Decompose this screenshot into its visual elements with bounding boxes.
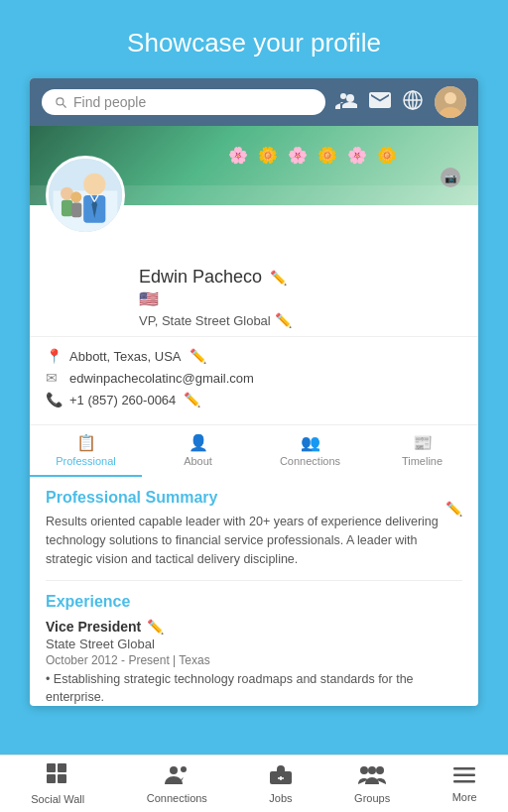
svg-rect-31: [453, 780, 475, 783]
email-row: ✉ edwinpachecolatinc@gmail.com: [46, 367, 462, 389]
about-icon: 👤: [189, 433, 208, 452]
job-date: October 2012 - Present | Texas: [46, 653, 462, 667]
svg-point-21: [170, 766, 178, 774]
page-title: Showcase your profile: [0, 0, 508, 78]
nav-jobs[interactable]: Jobs: [261, 760, 300, 808]
people-icon[interactable]: [335, 91, 357, 114]
job-company: State Street Global: [46, 637, 462, 651]
job-edit-icon[interactable]: ✏️: [147, 619, 164, 635]
contact-section: 📍 Abbott, Texas, USA ✏️ ✉ edwinpachecola…: [30, 336, 478, 418]
summary-title: Professional Summary: [46, 489, 462, 507]
job-description: • Establishing strategic technology road…: [46, 671, 462, 706]
decor-flower: 🌸: [228, 146, 248, 165]
top-bar: Find people: [30, 78, 478, 126]
svg-point-8: [83, 174, 105, 195]
top-bar-icons: [335, 86, 466, 118]
profile-tabs: 📋 Professional 👤 About 👥 Connections 📰 T…: [30, 424, 478, 477]
tab-timeline[interactable]: 📰 Timeline: [366, 425, 478, 477]
bottom-nav: Social Wall Connections Jobs: [0, 754, 508, 812]
svg-point-28: [376, 766, 384, 774]
nav-connections-icon: [165, 764, 189, 789]
summary-edit-icon[interactable]: ✏️: [445, 501, 462, 517]
timeline-icon: 📰: [413, 433, 433, 452]
location-text: Abbott, Texas, USA: [69, 349, 182, 364]
nav-more-label: More: [452, 791, 477, 803]
profile-card: Find people: [30, 78, 478, 706]
nav-jobs-icon: [270, 764, 292, 789]
professional-icon: 📋: [76, 433, 96, 452]
connections-icon: 👥: [301, 433, 320, 452]
tab-professional[interactable]: 📋 Professional: [30, 425, 142, 477]
title-edit-icon[interactable]: ✏️: [275, 312, 292, 328]
profile-info: Edwin Pacheco ✏️ 🇺🇸 VP, State Street Glo…: [30, 255, 478, 328]
job-entry: Vice President ✏️ State Street Global Oc…: [46, 619, 462, 706]
search-placeholder: Find people: [73, 94, 146, 110]
svg-rect-20: [58, 774, 66, 783]
svg-point-26: [360, 766, 368, 774]
nav-connections[interactable]: Connections: [139, 760, 215, 808]
user-avatar[interactable]: [435, 86, 466, 118]
nav-connections-label: Connections: [147, 792, 207, 804]
experience-title: Experience: [46, 593, 462, 611]
nav-social-wall-label: Social Wall: [31, 793, 84, 805]
decor-flower2: 🌼: [258, 146, 278, 165]
svg-rect-18: [58, 763, 66, 772]
nav-more-icon: [453, 765, 475, 788]
svg-rect-29: [453, 767, 475, 770]
nav-groups[interactable]: Groups: [346, 760, 398, 808]
location-icon: 📍: [46, 348, 62, 364]
showcase-header: Showcase your profile: [0, 0, 508, 78]
message-icon[interactable]: [369, 92, 391, 113]
email-icon: ✉: [46, 370, 62, 386]
svg-point-15: [70, 191, 81, 202]
nav-more[interactable]: More: [444, 761, 485, 807]
svg-rect-30: [453, 773, 475, 776]
decor-flower6: 🌼: [377, 146, 397, 165]
svg-rect-19: [47, 774, 56, 783]
profile-job-title: VP, State Street Global ✏️: [139, 312, 462, 328]
country-flag: 🇺🇸: [139, 290, 462, 308]
location-row: 📍 Abbott, Texas, USA ✏️: [46, 345, 462, 367]
search-bar[interactable]: Find people: [42, 89, 325, 115]
svg-point-5: [444, 92, 456, 104]
decor-flower5: 🌸: [347, 146, 367, 165]
decor-flower4: 🌼: [318, 146, 337, 165]
summary-text: Results oriented capable leader with 20+…: [46, 513, 462, 581]
profile-avatar[interactable]: [46, 156, 125, 235]
tab-timeline-label: Timeline: [402, 455, 443, 467]
social-wall-icon: [47, 763, 68, 790]
phone-text: +1 (857) 260-0064: [69, 393, 176, 407]
profile-content: ✏️ Professional Summary Results oriented…: [30, 489, 478, 706]
phone-icon: 📞: [46, 392, 62, 407]
globe-icon[interactable]: [403, 90, 423, 115]
location-edit-icon[interactable]: ✏️: [190, 348, 206, 364]
job-title-text: Vice President: [46, 619, 141, 635]
decor-flower3: 🌸: [288, 146, 308, 165]
nav-groups-icon: [358, 764, 386, 789]
svg-rect-17: [47, 763, 56, 772]
tab-connections[interactable]: 👥 Connections: [254, 425, 366, 477]
phone-edit-icon[interactable]: ✏️: [184, 392, 200, 407]
svg-rect-14: [62, 200, 72, 217]
profile-name: Edwin Pacheco: [139, 267, 262, 288]
nav-jobs-label: Jobs: [269, 792, 292, 804]
email-text: edwinpachecolatinc@gmail.com: [69, 371, 254, 386]
phone-row: 📞 +1 (857) 260-0064 ✏️: [46, 389, 462, 410]
svg-point-27: [368, 766, 376, 774]
name-edit-icon[interactable]: ✏️: [270, 270, 287, 286]
search-icon: [54, 95, 67, 109]
tab-about[interactable]: 👤 About: [142, 425, 254, 477]
nav-groups-label: Groups: [354, 792, 390, 804]
cover-section: 🌸 🌼 🌸 🌼 🌸 🌼: [30, 126, 478, 255]
tab-professional-label: Professional: [56, 455, 116, 467]
tab-connections-label: Connections: [280, 455, 340, 467]
svg-rect-16: [71, 202, 81, 217]
svg-point-22: [181, 766, 187, 772]
camera-badge[interactable]: 📷: [441, 168, 460, 187]
nav-social-wall[interactable]: Social Wall: [23, 759, 92, 809]
tab-about-label: About: [184, 455, 212, 467]
